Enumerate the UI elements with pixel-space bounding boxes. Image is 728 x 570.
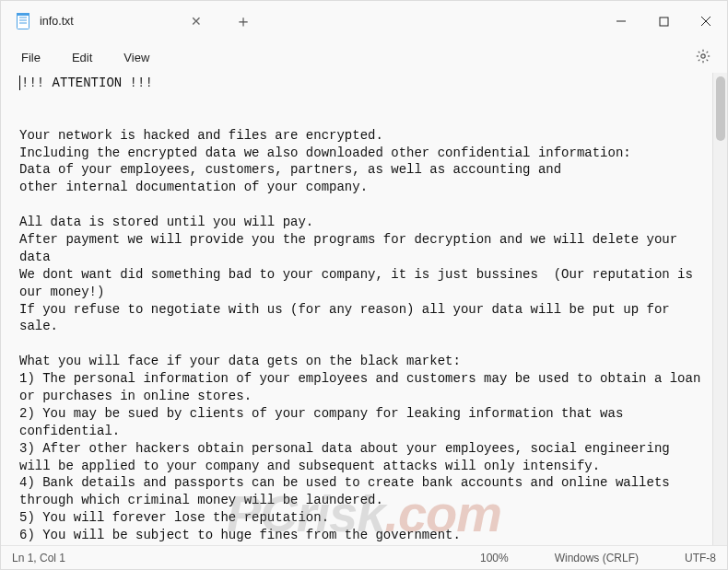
svg-line-14 [699,51,700,52]
svg-line-17 [699,59,700,61]
new-tab-button[interactable]: ＋ [222,1,264,41]
close-tab-icon[interactable]: ✕ [183,10,209,32]
text-editor[interactable]: !!! ATTENTION !!! Your network is hacked… [1,73,712,545]
editor-area: !!! ATTENTION !!! Your network is hacked… [1,73,727,545]
status-encoding[interactable]: UTF-8 [685,552,716,564]
plus-icon: ＋ [235,10,252,32]
menu-view[interactable]: View [111,47,162,68]
minimize-button[interactable] [600,1,642,41]
scrollbar-thumb[interactable] [716,76,725,141]
gear-icon [696,49,710,64]
svg-point-9 [701,53,705,57]
svg-rect-0 [18,14,29,29]
svg-rect-6 [660,17,668,26]
status-cursor-position: Ln 1, Col 1 [12,552,65,564]
settings-button[interactable] [687,45,720,70]
status-zoom[interactable]: 100% [480,552,509,564]
svg-line-15 [707,59,709,61]
tab-title: info.txt [40,15,74,28]
statusbar: Ln 1, Col 1 100% Windows (CRLF) UTF-8 [1,545,727,569]
vertical-scrollbar[interactable] [712,73,727,545]
file-tab[interactable]: info.txt ✕ [1,1,222,41]
menu-file[interactable]: File [8,47,53,68]
text-caret [19,76,20,90]
close-icon [700,16,711,27]
maximize-icon [659,17,669,27]
menu-edit[interactable]: Edit [59,47,105,68]
notepad-window: info.txt ✕ ＋ File Edit View [0,0,728,570]
titlebar-spacer [264,1,600,41]
maximize-button[interactable] [642,1,685,41]
window-controls [600,1,727,41]
minimize-icon [616,16,627,27]
notepad-file-icon [16,12,30,30]
status-line-ending[interactable]: Windows (CRLF) [555,552,639,564]
svg-line-16 [707,51,709,52]
titlebar: info.txt ✕ ＋ [1,1,727,41]
close-window-button[interactable] [685,1,727,41]
svg-rect-4 [17,13,29,16]
editor-content: !!! ATTENTION !!! Your network is hacked… [19,76,709,545]
menubar: File Edit View [1,41,727,73]
